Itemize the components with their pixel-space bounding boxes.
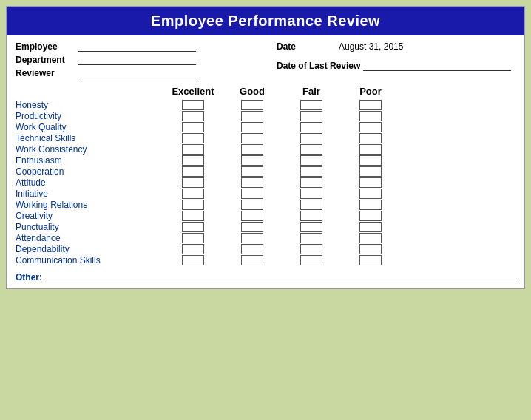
- table-row: Productivity: [16, 111, 515, 121]
- rating-fair-checkbox[interactable]: [300, 111, 322, 121]
- rating-poor-cell: [341, 100, 400, 110]
- rating-excellent-checkbox[interactable]: [182, 144, 204, 155]
- other-label: Other:: [16, 272, 42, 282]
- rating-good-checkbox[interactable]: [241, 255, 263, 265]
- rating-fair-checkbox[interactable]: [300, 133, 322, 143]
- rating-fair-checkbox[interactable]: [300, 200, 322, 210]
- rating-poor-checkbox[interactable]: [359, 233, 382, 243]
- rating-excellent-checkbox[interactable]: [182, 255, 204, 265]
- rating-excellent-cell: [163, 144, 223, 155]
- rating-fair-checkbox[interactable]: [300, 177, 322, 188]
- criteria-label: Working Relations: [16, 200, 163, 210]
- rating-good-checkbox[interactable]: [241, 100, 263, 110]
- rating-fair-checkbox[interactable]: [300, 166, 322, 177]
- rating-good-checkbox[interactable]: [241, 222, 263, 232]
- header-good: Good: [223, 86, 282, 97]
- rating-good-cell: [223, 100, 282, 110]
- rating-fair-checkbox[interactable]: [300, 233, 322, 243]
- rating-good-checkbox[interactable]: [241, 200, 263, 210]
- rating-fair-checkbox[interactable]: [300, 155, 322, 166]
- rating-excellent-checkbox[interactable]: [182, 233, 204, 243]
- rating-excellent-checkbox[interactable]: [182, 122, 204, 132]
- department-label: Department: [16, 55, 75, 65]
- rating-excellent-cell: [163, 255, 223, 265]
- rating-excellent-checkbox[interactable]: [182, 133, 204, 143]
- rating-poor-checkbox[interactable]: [359, 166, 382, 177]
- department-input-line[interactable]: [78, 55, 196, 65]
- rating-good-checkbox[interactable]: [241, 133, 263, 143]
- table-row: Technical Skills: [16, 133, 515, 143]
- rating-poor-checkbox[interactable]: [359, 244, 382, 254]
- rating-excellent-checkbox[interactable]: [182, 244, 204, 254]
- rating-boxes: [163, 122, 400, 132]
- rating-excellent-checkbox[interactable]: [182, 155, 204, 166]
- reviewer-label: Reviewer: [16, 68, 75, 78]
- employee-input-line[interactable]: [78, 41, 196, 52]
- rating-excellent-checkbox[interactable]: [182, 200, 204, 210]
- rating-fair-cell: [282, 244, 341, 254]
- rating-good-checkbox[interactable]: [241, 111, 263, 121]
- rating-poor-cell: [341, 177, 400, 188]
- rating-excellent-checkbox[interactable]: [182, 177, 204, 188]
- criteria-label: Cooperation: [16, 166, 163, 177]
- criteria-label: Attendance: [16, 233, 163, 243]
- rating-excellent-checkbox[interactable]: [182, 111, 204, 121]
- rating-excellent-checkbox[interactable]: [182, 211, 204, 221]
- rating-poor-checkbox[interactable]: [359, 122, 382, 132]
- rating-excellent-cell: [163, 244, 223, 254]
- rating-fair-checkbox[interactable]: [300, 144, 322, 155]
- rating-boxes: [163, 189, 400, 199]
- rating-good-checkbox[interactable]: [241, 233, 263, 243]
- rating-poor-cell: [341, 166, 400, 177]
- rating-excellent-cell: [163, 222, 223, 232]
- rating-poor-checkbox[interactable]: [359, 111, 382, 121]
- rating-good-cell: [223, 244, 282, 254]
- rating-fair-checkbox[interactable]: [300, 222, 322, 232]
- rating-poor-checkbox[interactable]: [359, 144, 382, 155]
- rating-poor-checkbox[interactable]: [359, 222, 382, 232]
- rating-good-checkbox[interactable]: [241, 211, 263, 221]
- rating-fair-cell: [282, 144, 341, 155]
- rating-fair-checkbox[interactable]: [300, 255, 322, 265]
- rating-fair-checkbox[interactable]: [300, 100, 322, 110]
- rating-good-cell: [223, 122, 282, 132]
- rating-fair-cell: [282, 211, 341, 221]
- rating-fair-checkbox[interactable]: [300, 211, 322, 221]
- rating-excellent-checkbox[interactable]: [182, 166, 204, 177]
- rating-good-checkbox[interactable]: [241, 122, 263, 132]
- other-input-line[interactable]: [45, 272, 515, 282]
- rating-good-cell: [223, 166, 282, 177]
- table-row: Enthusiasm: [16, 155, 515, 166]
- rating-poor-checkbox[interactable]: [359, 133, 382, 143]
- rating-excellent-cell: [163, 233, 223, 243]
- date-last-review-input-line[interactable]: [363, 61, 511, 71]
- rating-good-checkbox[interactable]: [241, 155, 263, 166]
- rating-poor-cell: [341, 122, 400, 132]
- rating-fair-checkbox[interactable]: [300, 122, 322, 132]
- rating-good-checkbox[interactable]: [241, 144, 263, 155]
- rating-poor-checkbox[interactable]: [359, 100, 382, 110]
- rating-poor-checkbox[interactable]: [359, 155, 382, 166]
- rating-poor-checkbox[interactable]: [359, 177, 382, 188]
- rating-poor-cell: [341, 211, 400, 221]
- rating-excellent-checkbox[interactable]: [182, 100, 204, 110]
- rating-poor-checkbox[interactable]: [359, 211, 382, 221]
- rating-good-cell: [223, 144, 282, 155]
- rating-fair-checkbox[interactable]: [300, 244, 322, 254]
- criteria-label: Creativity: [16, 211, 163, 221]
- rating-good-checkbox[interactable]: [241, 166, 263, 177]
- rating-excellent-checkbox[interactable]: [182, 189, 204, 199]
- rating-poor-checkbox[interactable]: [359, 200, 382, 210]
- rating-poor-cell: [341, 200, 400, 210]
- rating-good-checkbox[interactable]: [241, 177, 263, 188]
- rating-excellent-checkbox[interactable]: [182, 222, 204, 232]
- rating-poor-checkbox[interactable]: [359, 189, 382, 199]
- rating-good-cell: [223, 111, 282, 121]
- rating-poor-checkbox[interactable]: [359, 255, 382, 265]
- rating-fair-cell: [282, 233, 341, 243]
- reviewer-input-line[interactable]: [78, 68, 196, 78]
- header-fair: Fair: [282, 86, 341, 97]
- rating-good-checkbox[interactable]: [241, 189, 263, 199]
- rating-fair-checkbox[interactable]: [300, 189, 322, 199]
- rating-good-checkbox[interactable]: [241, 244, 263, 254]
